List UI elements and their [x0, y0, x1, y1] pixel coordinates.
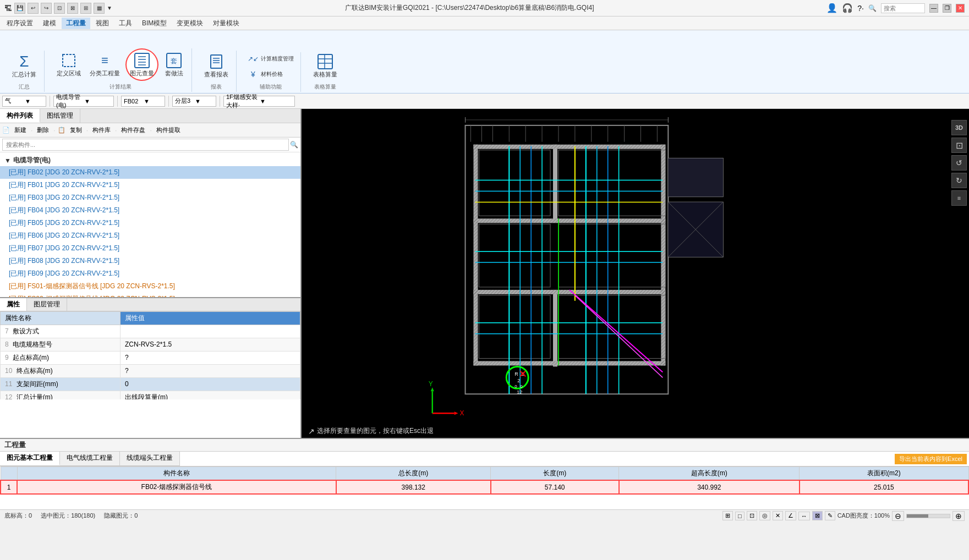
zoom-in-btn[interactable]: ⊕ [952, 511, 965, 521]
qa-1[interactable]: ⊡ [54, 3, 65, 14]
toolbar-sep1: · [31, 127, 32, 134]
select-btn[interactable]: ⊠ [812, 511, 823, 520]
suite-method-button[interactable]: 套 套做法 [161, 50, 187, 80]
headphone-icon[interactable]: 🎧 [842, 3, 853, 13]
menu-item-jianmo[interactable]: 建模 [39, 18, 61, 29]
snap-grid-btn[interactable]: ⊞ [722, 511, 733, 520]
system-type-dropdown[interactable]: 气 ▼ [2, 96, 46, 107]
zoom-fit-btn[interactable]: ⊡ [951, 138, 967, 153]
rotate-left-btn[interactable]: ↺ [951, 155, 967, 171]
tree-item-fb01[interactable]: [已用] FB01 [JDG 20 ZCN-RVV-2*1.5] [0, 179, 300, 191]
zoom-slider-track[interactable] [906, 514, 950, 518]
tree-item-fb09[interactable]: [已用] FB09 [JDG 20 ZCN-RVV-2*1.5] [0, 267, 300, 280]
component-search-input[interactable] [2, 139, 289, 151]
help-icon[interactable]: ?· [857, 4, 864, 13]
qa-3[interactable]: ⊞ [80, 3, 91, 14]
expand-icon[interactable]: ▼ [4, 157, 11, 164]
qa-dropdown[interactable]: ▼ [107, 5, 112, 11]
save-comp-button[interactable]: 构件存盘 [119, 125, 147, 135]
bottom-tabs-row: 图元基本工程量 电气线缆工程量 线缆端头工程量 导出当前表内容到Excel [0, 452, 969, 466]
menu-item-gongju[interactable]: 工具 [114, 18, 136, 29]
tree-item-fb06[interactable]: [已用] FB06 [JDG 20 ZCN-RVV-2*1.5] [0, 229, 300, 242]
tree-item-fs01[interactable]: [已用] FS01-烟感探测器信号线 [JDG 20 ZCN-RVS-2*1.5… [0, 280, 300, 293]
qa-4[interactable]: ▦ [94, 3, 105, 14]
status-toolbar: ⊞ □ ⊡ ◎ ✕ ∠ ↔ ⊠ ✎ CAD图亮度：100% ⊖ ⊕ [722, 511, 965, 521]
3d-view-btn[interactable]: 3D [951, 120, 967, 135]
precision-button[interactable]: ↗↙ 计算精度管理 [245, 52, 296, 65]
element-query-button[interactable]: 图元查量 [125, 48, 158, 81]
tree-item-fb05[interactable]: [已用] FB05 [JDG 20 ZCN-RVV-2*1.5] [0, 217, 300, 229]
qa-save[interactable]: 💾 [14, 3, 25, 14]
snap2-btn[interactable]: ◎ [759, 511, 770, 520]
install-type-dropdown[interactable]: 1F烟感安装大样· ▼ [223, 96, 295, 107]
ortho-btn[interactable]: ⊡ [747, 511, 757, 520]
qa-redo[interactable]: ↪ [41, 3, 52, 14]
menu-item-gongliang[interactable]: 工程量 [62, 18, 90, 29]
pencil-btn[interactable]: ✎ [825, 511, 835, 520]
qa-2[interactable]: ⊠ [67, 3, 78, 14]
define-area-button[interactable]: 定义区域 [53, 50, 84, 80]
layer-btn[interactable]: ≡ [951, 190, 967, 206]
layer-dropdown[interactable]: 分层3 ▼ [172, 96, 216, 107]
toolbar-sep3: · [86, 127, 88, 134]
tab-electric-cable[interactable]: 电气线缆工程量 [60, 452, 120, 465]
tree-item-fb03[interactable]: [已用] FB03 [JDG 20 ZCN-RVV-2*1.5] [0, 191, 300, 204]
restore-button[interactable]: ❐ [943, 4, 951, 13]
prop-val-11[interactable]: 0 [121, 377, 300, 391]
menu-item-bim[interactable]: BIM模型 [138, 18, 171, 29]
svg-text:0: 0 [520, 384, 523, 389]
row-name-1: FB02-烟感探测器信号线 [17, 480, 336, 494]
prop-val-10[interactable]: ? [121, 364, 300, 377]
tree-item-fb08[interactable]: [已用] FB08 [JDG 20 ZCN-RVV-2*1.5] [0, 255, 300, 267]
tab-basic-quantity[interactable]: 图元基本工程量 [0, 452, 60, 465]
export-excel-button[interactable]: 导出当前表内容到Excel [895, 454, 967, 464]
copy-button[interactable]: 复制 [68, 125, 84, 135]
prop-val-9[interactable]: ? [121, 351, 300, 364]
tree-item-fb04[interactable]: [已用] FB04 [JDG 20 ZCN-RVV-2*1.5] [0, 204, 300, 217]
table-calc-button[interactable]: 表格算量 [310, 51, 341, 81]
user-icon[interactable]: 👤 [826, 3, 837, 13]
close-button[interactable]: ✕ [956, 4, 965, 13]
menu-item-duiliang[interactable]: 对量模块 [209, 18, 244, 29]
material-price-button[interactable]: ¥ 材料价格 [245, 68, 296, 81]
delete-btn[interactable]: ✕ [773, 511, 783, 520]
menu-item-shitu[interactable]: 视图 [91, 18, 113, 29]
rotate-right-btn[interactable]: ↻ [951, 173, 967, 188]
bottom-panel-title: 工程量 [4, 440, 26, 450]
classify-button[interactable]: ≡ 分类工程量 [86, 50, 123, 80]
measure-btn[interactable]: ↔ [798, 512, 810, 520]
tab-layer-mgmt[interactable]: 图层管理 [27, 298, 67, 311]
floor-code-dropdown[interactable]: FB02 ▼ [121, 96, 165, 107]
tree-item-fs02[interactable]: [已用] FS02-烟感探测器信号线 [JDG 20 ZCN-RVS-2*1.5… [0, 293, 300, 297]
search-input[interactable] [881, 3, 925, 13]
tab-properties[interactable]: 属性 [0, 298, 27, 311]
prop-val-12[interactable]: 出线段算量(m) [121, 391, 300, 399]
cable-type-chevron: ▼ [84, 98, 111, 105]
tree-item-fb07[interactable]: [已用] FB07 [JDG 20 ZCN-RVV-2*1.5] [0, 242, 300, 255]
tab-component-list[interactable]: 构件列表 [0, 109, 40, 123]
tab-cable-terminal[interactable]: 线缆端头工程量 [120, 452, 180, 465]
angle-btn[interactable]: ∠ [785, 511, 796, 520]
svg-rect-90 [473, 218, 665, 223]
extract-button[interactable]: 构件提取 [154, 125, 183, 135]
qa-undo[interactable]: ↩ [28, 3, 39, 14]
tab-drawing-mgmt[interactable]: 图纸管理 [40, 109, 80, 123]
summarize-button[interactable]: Σ 汇总计算 [9, 51, 40, 81]
new-button[interactable]: 新建 [12, 125, 29, 135]
snap-btn[interactable]: □ [735, 512, 744, 520]
prop-val-7[interactable] [121, 325, 300, 338]
prop-val-8[interactable]: ZCN-RVS-2*1.5 [121, 338, 300, 351]
delete-button[interactable]: 删除 [35, 125, 51, 135]
minimize-button[interactable]: — [929, 4, 938, 13]
menu-item-chengxu[interactable]: 程序设置 [2, 18, 37, 29]
view-report-button[interactable]: 查看报表 [201, 51, 232, 81]
row-total-1: 398.132 [336, 480, 491, 494]
zoom-out-btn[interactable]: ⊖ [892, 511, 904, 521]
cable-type-dropdown[interactable]: 电缆导管(电) ▼ [53, 96, 114, 107]
row-num-10: 10 [5, 367, 12, 375]
menu-item-biangeng[interactable]: 变更模块 [172, 18, 207, 29]
search-submit-icon[interactable]: 🔍 [290, 141, 298, 149]
canvas-area[interactable]: R B 2 0 0 12 X [302, 109, 969, 438]
lib-button[interactable]: 构件库 [90, 125, 113, 135]
tree-item-fb02[interactable]: [已用] FB02 [JDG 20 ZCN-RVV-2*1.5] [0, 166, 300, 179]
